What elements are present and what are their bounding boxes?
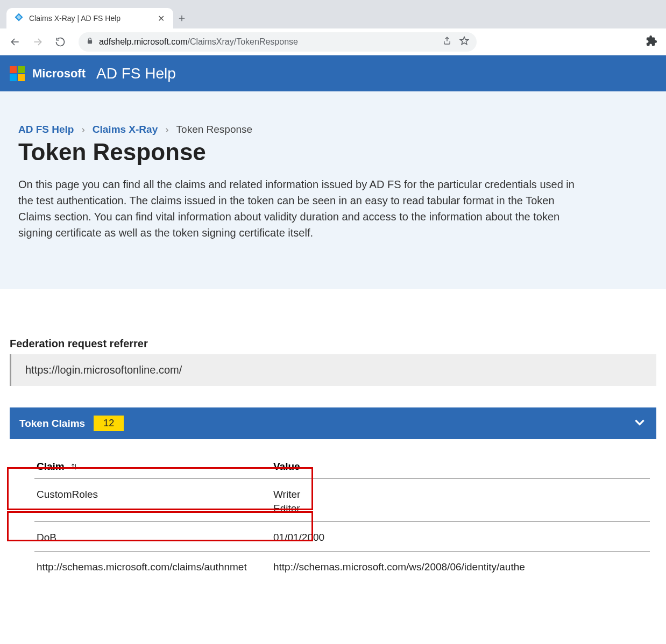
back-button[interactable] <box>5 32 25 52</box>
reload-button[interactable] <box>51 32 70 52</box>
lock-icon <box>86 37 94 47</box>
table-row: DoB 01/01/2000 <box>34 522 650 552</box>
breadcrumb-current: Token Response <box>176 124 253 135</box>
svg-marker-7 <box>460 37 469 44</box>
svg-rect-6 <box>88 40 92 43</box>
url-text: adfshelp.microsoft.com/ClaimsXray/TokenR… <box>99 37 298 47</box>
breadcrumb-claims-xray[interactable]: Claims X-Ray <box>93 124 158 135</box>
browser-chrome-top <box>0 0 666 4</box>
referrer-label: Federation request referrer <box>10 338 656 350</box>
column-header-value[interactable]: Value <box>271 455 650 478</box>
url-path: /ClaimsXray/TokenResponse <box>188 37 298 46</box>
page-title: Token Response <box>18 139 648 166</box>
share-icon[interactable] <box>442 36 452 48</box>
microsoft-wordmark: Microsoft <box>32 67 86 81</box>
claims-count-badge: 12 <box>94 416 124 431</box>
browser-toolbar: adfshelp.microsoft.com/ClaimsXray/TokenR… <box>0 28 666 55</box>
main-content: Federation request referrer https://logi… <box>0 289 666 581</box>
page-description: On this page you can find all the claims… <box>18 176 583 241</box>
site-title[interactable]: AD FS Help <box>96 65 176 82</box>
value-cell: 01/01/2000 <box>271 522 650 552</box>
value-cell: http://schemas.microsoft.com/ws/2008/06/… <box>271 551 650 580</box>
azure-favicon <box>14 12 24 24</box>
breadcrumb: AD FS Help › Claims X-Ray › Token Respon… <box>18 124 648 135</box>
token-claims-label: Token Claims <box>19 418 85 430</box>
table-row: http://schemas.microsoft.com/claims/auth… <box>34 551 650 580</box>
claim-cell: CustomRoles <box>34 478 271 521</box>
chevron-right-icon: › <box>165 124 168 135</box>
site-header: Microsoft AD FS Help <box>0 55 666 91</box>
extensions-button[interactable] <box>646 35 661 49</box>
sort-icon <box>70 461 78 473</box>
chevron-down-icon <box>633 415 647 432</box>
tab-title: Claims X-Ray | AD FS Help <box>29 14 151 23</box>
close-tab-icon[interactable]: ✕ <box>157 13 166 24</box>
value-cell: Writer Editor <box>271 478 650 521</box>
forward-button[interactable] <box>28 32 47 52</box>
browser-tabs: Claims X-Ray | AD FS Help ✕ <box>0 4 666 28</box>
chevron-right-icon: › <box>81 124 84 135</box>
hero-section: AD FS Help › Claims X-Ray › Token Respon… <box>0 91 666 289</box>
address-bar[interactable]: adfshelp.microsoft.com/ClaimsXray/TokenR… <box>79 32 477 52</box>
microsoft-logo-icon <box>10 66 25 81</box>
claims-table-container: Claim Value CustomRoles Writer Editor Do… <box>10 439 656 581</box>
claims-table: Claim Value CustomRoles Writer Editor Do… <box>34 455 650 581</box>
column-header-claim[interactable]: Claim <box>34 455 271 478</box>
claim-cell: DoB <box>34 522 271 552</box>
bookmark-icon[interactable] <box>459 36 469 48</box>
claim-cell: http://schemas.microsoft.com/claims/auth… <box>34 551 271 580</box>
breadcrumb-adfs-help[interactable]: AD FS Help <box>18 124 74 135</box>
referrer-value: https://login.microsoftonline.com/ <box>10 354 656 386</box>
new-tab-button[interactable] <box>173 8 190 28</box>
url-host: adfshelp.microsoft.com <box>99 37 188 46</box>
token-claims-header[interactable]: Token Claims 12 <box>10 407 656 439</box>
table-row: CustomRoles Writer Editor <box>34 478 650 521</box>
browser-tab-active[interactable]: Claims X-Ray | AD FS Help ✕ <box>6 8 173 28</box>
